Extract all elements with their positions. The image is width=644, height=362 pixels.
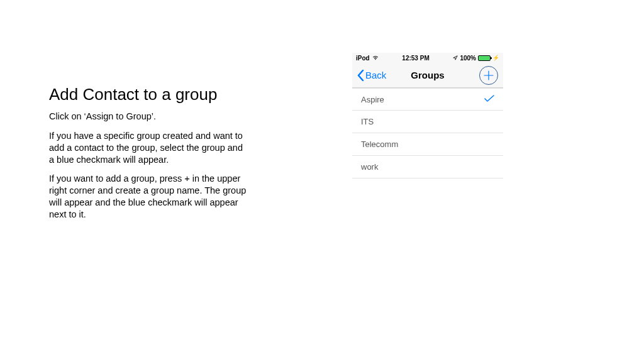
instructions-panel: Add Contact to a group Click on ‘Assign … xyxy=(49,85,250,228)
instruction-paragraph: If you have a specific group created and… xyxy=(49,130,250,166)
status-time: 12:53 PM xyxy=(402,55,429,62)
group-name: Telecomm xyxy=(361,140,398,149)
charging-icon: ⚡ xyxy=(492,55,499,61)
battery-icon xyxy=(478,55,491,61)
device-label: iPod xyxy=(356,55,370,62)
group-row-aspire[interactable]: Aspire xyxy=(352,88,503,111)
group-row-telecomm[interactable]: Telecomm xyxy=(352,133,503,156)
group-row-its[interactable]: ITS xyxy=(352,111,503,133)
back-label: Back xyxy=(365,70,386,80)
page-title: Add Contact to a group xyxy=(49,85,250,104)
group-list: Aspire ITS Telecomm work xyxy=(352,88,503,178)
status-right: 100% ⚡ xyxy=(453,55,499,62)
phone-screenshot: iPod 12:53 PM 100% ⚡ Back Groups Aspire xyxy=(352,53,503,178)
checkmark-icon xyxy=(484,95,494,104)
wifi-icon xyxy=(372,55,379,62)
add-group-button[interactable] xyxy=(479,66,498,85)
group-row-work[interactable]: work xyxy=(352,156,503,178)
location-icon xyxy=(453,55,458,62)
status-left: iPod xyxy=(356,55,379,62)
chevron-left-icon xyxy=(357,70,364,81)
group-name: Aspire xyxy=(361,95,384,104)
group-name: ITS xyxy=(361,117,374,126)
status-bar: iPod 12:53 PM 100% ⚡ xyxy=(352,53,503,63)
instruction-paragraph: If you want to add a group, press + in t… xyxy=(49,173,250,220)
back-button[interactable]: Back xyxy=(357,70,386,81)
nav-title: Groups xyxy=(411,70,444,80)
group-name: work xyxy=(361,162,378,172)
battery-percent: 100% xyxy=(460,55,476,62)
instruction-paragraph: Click on ‘Assign to Group’. xyxy=(49,111,250,123)
navigation-bar: Back Groups xyxy=(352,63,503,88)
plus-icon xyxy=(483,70,494,81)
